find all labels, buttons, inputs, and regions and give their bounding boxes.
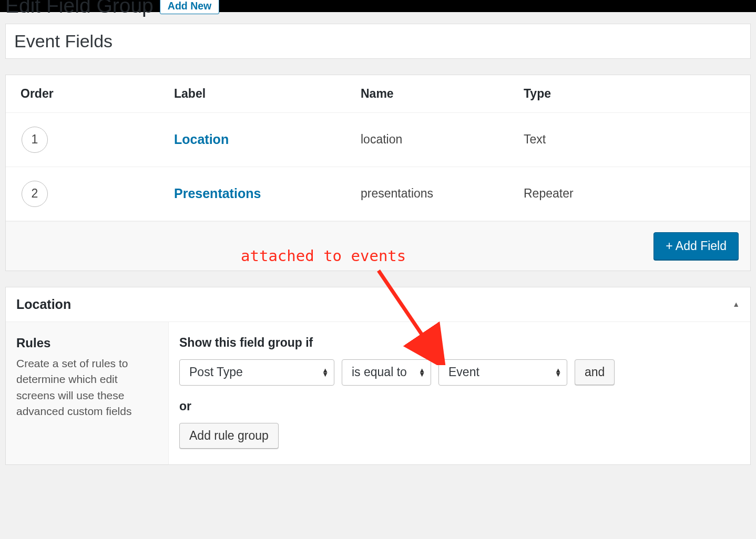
rule-param-select[interactable]: Post Type ▲▼	[179, 359, 334, 386]
rules-area: Show this field group if Post Type ▲▼ is…	[169, 322, 750, 464]
col-header-type: Type	[513, 75, 750, 113]
rule-operator-select[interactable]: is equal to ▲▼	[342, 359, 431, 386]
field-type-cell: Repeater	[513, 167, 750, 221]
rules-sidebar: Rules Create a set of rules to determine…	[6, 322, 169, 464]
field-row[interactable]: 2 Presentations presentations Repeater	[6, 167, 750, 221]
title-input-value: Event Fields	[14, 31, 742, 51]
collapse-toggle-icon[interactable]: ▲	[732, 300, 740, 308]
field-label-link[interactable]: Presentations	[174, 186, 261, 201]
location-panel-title: Location	[16, 297, 71, 312]
order-badge[interactable]: 2	[22, 181, 48, 207]
add-new-button[interactable]: Add New	[160, 0, 219, 14]
field-label-link[interactable]: Location	[174, 132, 229, 147]
col-header-name: Name	[350, 75, 513, 113]
add-rule-group-button[interactable]: Add rule group	[179, 423, 279, 449]
add-field-button[interactable]: + Add Field	[653, 232, 739, 260]
field-type-cell: Text	[513, 112, 750, 167]
rules-heading: Rules	[16, 336, 158, 350]
fields-table: Order Label Name Type 1 Location locatio…	[6, 75, 750, 221]
col-header-label: Label	[164, 75, 350, 113]
title-input[interactable]: Event Fields	[5, 24, 751, 59]
select-stepper-icon: ▲▼	[418, 368, 425, 377]
rule-and-button[interactable]: and	[575, 359, 615, 385]
field-row[interactable]: 1 Location location Text	[6, 112, 750, 167]
location-panel: Location ▲ Rules Create a set of rules t…	[5, 287, 751, 465]
rule-or-label: or	[179, 399, 740, 413]
location-panel-header[interactable]: Location ▲	[6, 287, 750, 322]
select-stepper-icon: ▲▼	[322, 368, 329, 377]
fields-panel-footer: + Add Field	[6, 221, 750, 271]
rules-instruction: Show this field group if	[179, 336, 740, 350]
field-name-cell: location	[350, 112, 513, 167]
page-title: Edit Field Group	[5, 0, 154, 17]
rule-row: Post Type ▲▼ is equal to ▲▼ Event ▲▼ and	[179, 359, 740, 386]
rule-param-value: Post Type	[189, 365, 243, 379]
fields-panel: Order Label Name Type 1 Location locatio…	[5, 75, 751, 271]
rules-description: Create a set of rules to determine which…	[16, 356, 158, 420]
field-name-cell: presentations	[350, 167, 513, 221]
col-header-order: Order	[6, 75, 164, 113]
page-heading-row: Edit Field Group Add New	[5, 0, 751, 24]
rule-value-value: Event	[448, 365, 479, 379]
rule-operator-value: is equal to	[352, 365, 407, 379]
order-badge[interactable]: 1	[22, 127, 48, 153]
select-stepper-icon: ▲▼	[555, 368, 561, 377]
rule-value-select[interactable]: Event ▲▼	[438, 359, 567, 386]
